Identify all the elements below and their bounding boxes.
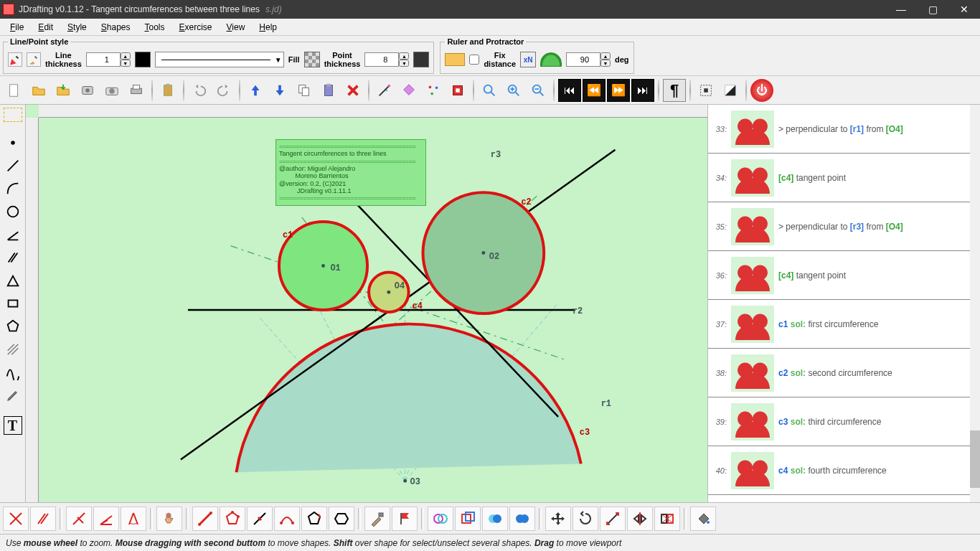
- line-cut-tool[interactable]: [247, 507, 273, 531]
- point-thickness-up[interactable]: ▲: [399, 52, 409, 60]
- angle-up[interactable]: ▲: [600, 52, 611, 60]
- parallel-bottom-tool[interactable]: [30, 507, 56, 531]
- hammer-tool[interactable]: [364, 507, 390, 531]
- save-file-button[interactable]: [52, 79, 75, 102]
- polygon-nodes-tool[interactable]: [220, 507, 245, 531]
- window-maximize-button[interactable]: ▢: [917, 0, 948, 19]
- step-row[interactable]: 37: c1 sol: first circumference: [708, 300, 970, 349]
- line-thickness-input[interactable]: [86, 52, 121, 67]
- ruler-icon[interactable]: [445, 53, 465, 66]
- camera-button[interactable]: [100, 79, 123, 102]
- points-button[interactable]: [422, 79, 445, 102]
- line-tool[interactable]: [2, 155, 24, 176]
- arc-nodes-tool[interactable]: [274, 507, 300, 531]
- text-tool[interactable]: T: [4, 416, 22, 435]
- zoom-fit-button[interactable]: [478, 79, 501, 102]
- intersection-tool[interactable]: [3, 507, 29, 531]
- pen-tool-icon[interactable]: [8, 52, 22, 67]
- rect-tool[interactable]: [2, 293, 24, 314]
- line-thickness-down[interactable]: ▼: [121, 60, 131, 67]
- magic-wand-button[interactable]: [373, 79, 396, 102]
- protractor-icon[interactable]: [540, 52, 562, 67]
- clipboard-button[interactable]: [317, 79, 340, 102]
- step-row[interactable]: 38: c2 sol: second circumference: [708, 349, 970, 397]
- hatch-tool[interactable]: [2, 339, 24, 360]
- fill-swatch[interactable]: [304, 52, 320, 67]
- undo-button[interactable]: [188, 79, 211, 102]
- move-down-button[interactable]: [268, 79, 291, 102]
- player-prev-button[interactable]: ⏪: [583, 79, 606, 102]
- menu-tools[interactable]: Tools: [137, 21, 171, 34]
- player-next-button[interactable]: ⏩: [607, 79, 630, 102]
- parallel-tool[interactable]: [2, 247, 24, 268]
- step-row[interactable]: 33: > perpendicular to [r1] from [O4]: [708, 105, 970, 154]
- venn-outline-tool[interactable]: [428, 507, 453, 531]
- window-minimize-button[interactable]: —: [885, 0, 917, 19]
- fill-bucket-tool[interactable]: [690, 507, 716, 531]
- compass-tool[interactable]: [121, 507, 146, 531]
- export-image-button[interactable]: [76, 79, 99, 102]
- menu-shapes[interactable]: Shapes: [94, 21, 138, 34]
- circle-tool[interactable]: [2, 201, 24, 222]
- steps-scrollbar[interactable]: [970, 105, 980, 502]
- step-row[interactable]: 34: [c4] tangent point: [708, 154, 970, 202]
- pilcrow-button[interactable]: ¶: [663, 79, 686, 102]
- scale-tool[interactable]: [600, 507, 626, 531]
- rotate-tool[interactable]: [573, 507, 598, 531]
- fix-distance-checkbox[interactable]: [469, 55, 479, 65]
- triangle-tool[interactable]: [2, 270, 24, 291]
- pencil-tool[interactable]: [2, 385, 24, 406]
- stroke-color-swatch[interactable]: [135, 52, 151, 67]
- menu-exercise[interactable]: Exercise: [172, 21, 220, 34]
- hand-tool[interactable]: [156, 507, 182, 531]
- step-row[interactable]: 35: > perpendicular to [r3] from [O4]: [708, 202, 970, 251]
- print-button[interactable]: [125, 79, 148, 102]
- redo-button[interactable]: [212, 79, 235, 102]
- point-thickness-input[interactable]: [364, 52, 399, 67]
- zoom-out-button[interactable]: [527, 79, 550, 102]
- flip-tool[interactable]: [654, 507, 680, 531]
- perpendicular-tool[interactable]: [66, 507, 92, 531]
- xn-button[interactable]: xN: [520, 52, 536, 67]
- step-row[interactable]: 36: [c4] tangent point: [708, 251, 970, 300]
- rect-outline-tool[interactable]: [455, 507, 481, 531]
- menu-edit[interactable]: Edit: [31, 21, 60, 34]
- menu-view[interactable]: View: [220, 21, 253, 34]
- arc-tool[interactable]: [2, 178, 24, 199]
- rotate-polygon-tool[interactable]: [301, 507, 327, 531]
- new-file-button[interactable]: [3, 79, 26, 102]
- angle-input[interactable]: [566, 52, 600, 67]
- copy-button[interactable]: [293, 79, 316, 102]
- move-up-button[interactable]: [244, 79, 267, 102]
- menu-style[interactable]: Style: [60, 21, 94, 34]
- polygon-tool[interactable]: [2, 316, 24, 337]
- step-row[interactable]: 40: c4 sol: fourth circumference: [708, 446, 970, 495]
- player-first-button[interactable]: ⏮: [558, 79, 581, 102]
- player-last-button[interactable]: ⏭: [631, 79, 654, 102]
- point-color-swatch[interactable]: [413, 52, 429, 67]
- hexagon-tool[interactable]: [329, 507, 354, 531]
- step-list[interactable]: 33: > perpendicular to [r1] from [O4]34:…: [708, 105, 970, 502]
- menu-help[interactable]: Help: [252, 21, 284, 34]
- point-thickness-down[interactable]: ▼: [399, 60, 409, 67]
- canvas-area[interactable]: O1 O2 O4 O3 c1 c2 c4 c3 r3 r2 r1 =======…: [26, 105, 707, 502]
- line-style-combo[interactable]: ▼: [155, 52, 284, 67]
- brush-tool-icon[interactable]: [27, 52, 41, 67]
- menu-file[interactable]: File: [3, 21, 31, 34]
- angle-down[interactable]: ▼: [600, 60, 611, 67]
- invert-button[interactable]: [719, 79, 742, 102]
- highlight-button[interactable]: [446, 79, 469, 102]
- venn-fill-tool[interactable]: [482, 507, 508, 531]
- mirror-tool[interactable]: [627, 507, 653, 531]
- angle-tool[interactable]: [2, 224, 24, 245]
- bisector-tool[interactable]: [93, 507, 119, 531]
- power-button[interactable]: ⏻: [750, 79, 773, 102]
- circles-fill-tool[interactable]: [509, 507, 535, 531]
- select-rect-tool[interactable]: [4, 108, 22, 122]
- select-all-button[interactable]: [694, 79, 717, 102]
- segment-red-tool[interactable]: [192, 507, 218, 531]
- point-tool[interactable]: [2, 132, 24, 154]
- move-tool[interactable]: [545, 507, 571, 531]
- line-thickness-up[interactable]: ▲: [121, 52, 131, 60]
- paste-button[interactable]: [156, 79, 179, 102]
